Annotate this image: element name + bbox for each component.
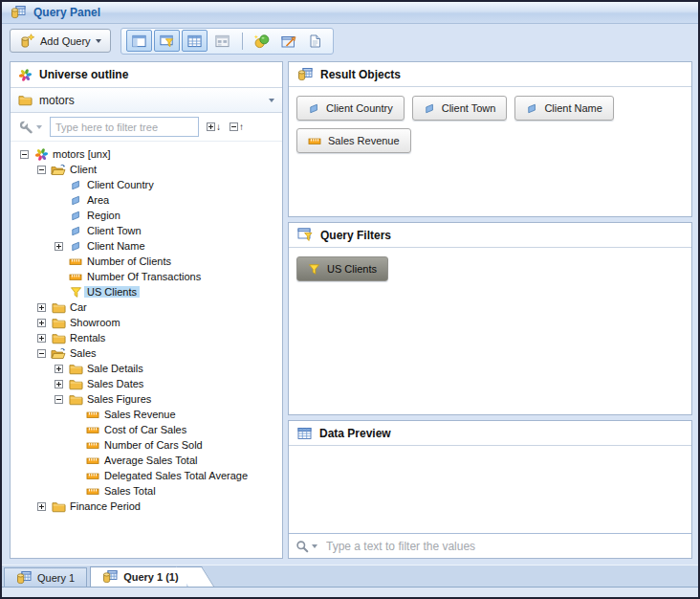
tree-expander[interactable] bbox=[55, 365, 63, 373]
tree-expander[interactable] bbox=[37, 502, 46, 511]
result-object-chip[interactable]: Client Town bbox=[412, 96, 508, 121]
tree-item[interactable]: motors [unx] bbox=[11, 146, 282, 162]
query-filters-header: Query Filters bbox=[289, 223, 691, 248]
tree-expander[interactable] bbox=[37, 166, 46, 174]
result-objects-body: Client CountryClient TownClient NameSale… bbox=[289, 87, 691, 216]
add-combined-query-button[interactable] bbox=[250, 30, 274, 52]
tree-item-label: Delegated Sales Total Average bbox=[101, 470, 251, 481]
tree-item[interactable]: Area bbox=[11, 192, 282, 208]
tree-filter-input[interactable] bbox=[50, 117, 199, 137]
right-column: Result Objects Client CountryClient Town… bbox=[288, 61, 692, 559]
measure-icon bbox=[84, 409, 101, 421]
tree-options-caret bbox=[36, 125, 42, 129]
measure-icon bbox=[84, 424, 101, 436]
data-preview-title: Data Preview bbox=[319, 427, 391, 440]
toggle-universe-outline-pane[interactable] bbox=[126, 30, 152, 52]
tree-item-label: Client Country bbox=[84, 179, 157, 190]
tree-expander[interactable] bbox=[55, 380, 63, 388]
tree-item[interactable]: Sales Total bbox=[11, 483, 282, 499]
data-preview-filter-input[interactable] bbox=[324, 539, 685, 554]
tree-expander[interactable] bbox=[20, 150, 29, 159]
add-query-button[interactable]: Add Query bbox=[10, 29, 111, 53]
tree-expander[interactable] bbox=[37, 349, 46, 358]
tree-expander-slot bbox=[33, 166, 50, 174]
data-preview-icon bbox=[297, 427, 312, 440]
query-filters-icon bbox=[297, 228, 313, 242]
tree-item-label: Client Name bbox=[84, 240, 148, 252]
universe-selector[interactable]: motors bbox=[11, 88, 282, 113]
tree-item[interactable]: Average Sales Total bbox=[11, 453, 282, 468]
query-tab[interactable]: Query 1 bbox=[4, 567, 87, 587]
tree-expander-slot bbox=[51, 380, 67, 388]
measure-icon bbox=[84, 485, 101, 498]
tree-item-label: Number of Clients bbox=[84, 255, 174, 267]
tree-item-label: Showroom bbox=[67, 317, 123, 328]
script-icon bbox=[309, 34, 321, 48]
tree-item[interactable]: Finance Period bbox=[11, 499, 282, 514]
search-options-caret[interactable] bbox=[312, 544, 317, 548]
toggle-result-objects-pane[interactable] bbox=[182, 30, 208, 52]
tree-item-label: Rentals bbox=[67, 332, 108, 344]
tree-item[interactable]: Sales bbox=[11, 345, 282, 361]
dimension-icon bbox=[308, 102, 319, 115]
tree-item[interactable]: Client Name bbox=[11, 238, 282, 254]
measure-icon bbox=[67, 271, 84, 283]
result-objects-header: Result Objects bbox=[289, 62, 691, 87]
view-script-button[interactable] bbox=[303, 30, 328, 52]
result-object-chip[interactable]: Sales Revenue bbox=[296, 128, 411, 153]
tree-item[interactable]: Client Country bbox=[11, 177, 282, 192]
tree-item[interactable]: US Clients bbox=[11, 284, 282, 300]
dimension-icon bbox=[424, 102, 435, 115]
query-tab-label: Query 1 (1) bbox=[123, 571, 178, 583]
tree-expander[interactable] bbox=[55, 242, 63, 251]
tree-item[interactable]: Delegated Sales Total Average bbox=[11, 468, 282, 483]
query-tab-active[interactable]: Query 1 (1) bbox=[90, 566, 186, 587]
query-filter-chip[interactable]: US Clients bbox=[296, 256, 388, 281]
expand-all-button[interactable]: ↓ bbox=[206, 122, 222, 132]
tree-expander-slot bbox=[33, 319, 50, 327]
tree-item[interactable]: Sales Revenue bbox=[11, 407, 282, 422]
toggle-data-preview-pane[interactable] bbox=[209, 30, 235, 52]
universe-icon bbox=[33, 147, 50, 162]
query-tab-label: Query 1 bbox=[37, 572, 75, 584]
tree-item[interactable]: Client Town bbox=[11, 223, 282, 238]
toggle-query-filters-pane[interactable] bbox=[154, 30, 180, 52]
tree-item[interactable]: Car bbox=[11, 300, 282, 315]
tree-expander[interactable] bbox=[37, 334, 46, 343]
result-object-chip-label: Client Country bbox=[326, 102, 393, 114]
tree-options-button[interactable] bbox=[17, 121, 44, 134]
tree-item[interactable]: Sales Dates bbox=[11, 376, 282, 391]
result-object-chip[interactable]: Client Name bbox=[514, 96, 614, 121]
tree-item[interactable]: Rentals bbox=[11, 330, 282, 345]
tree-item[interactable]: Region bbox=[11, 208, 282, 223]
tree-item[interactable]: Number Of Transactions bbox=[11, 269, 282, 284]
universe-folder-icon bbox=[18, 94, 33, 106]
data-preview-filter-bar bbox=[289, 533, 691, 558]
tree-item[interactable]: Sales Figures bbox=[11, 391, 282, 407]
folder-icon bbox=[50, 317, 67, 329]
tree-item-label: Sales Revenue bbox=[101, 409, 179, 420]
query-properties-button[interactable] bbox=[276, 30, 301, 52]
collapse-all-button[interactable]: ↑ bbox=[229, 122, 245, 132]
tabs-row: Query 1Query 1 (1) bbox=[2, 566, 698, 587]
tree-item-label: Client Town bbox=[84, 225, 144, 236]
tree-item[interactable]: Sale Details bbox=[11, 361, 282, 376]
tree-expander[interactable] bbox=[37, 319, 46, 327]
tree-item[interactable]: Client bbox=[11, 162, 282, 177]
collapse-all-arrow: ↑ bbox=[239, 122, 244, 132]
folder-icon bbox=[67, 393, 84, 406]
tree-expander[interactable] bbox=[37, 303, 46, 312]
tree-item[interactable]: Number of Cars Sold bbox=[11, 437, 282, 453]
tree-expander-slot bbox=[51, 365, 67, 373]
dimension-icon bbox=[67, 225, 84, 237]
tree-item[interactable]: Cost of Car Sales bbox=[11, 422, 282, 437]
query-filters-title: Query Filters bbox=[320, 229, 391, 242]
tree-expander[interactable] bbox=[55, 395, 63, 404]
tree-item-label: Sale Details bbox=[84, 363, 146, 374]
result-object-chip[interactable]: Client Country bbox=[296, 96, 405, 121]
tree-item[interactable]: Showroom bbox=[11, 315, 282, 330]
tree-item[interactable]: Number of Clients bbox=[11, 254, 282, 269]
tree-item-label: Number Of Transactions bbox=[84, 271, 204, 282]
titlebar: Query Panel bbox=[2, 2, 698, 24]
result-objects-section: Result Objects Client CountryClient Town… bbox=[288, 61, 692, 217]
